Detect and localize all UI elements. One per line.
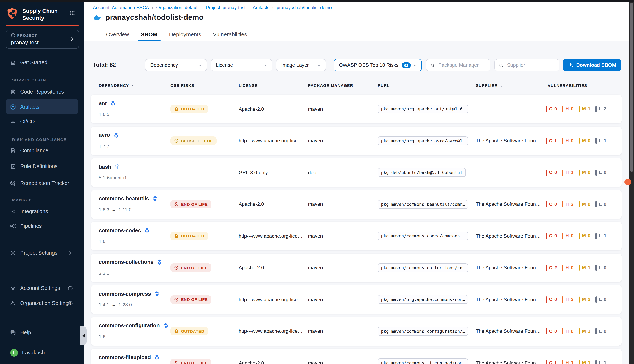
breadcrumb-link[interactable]: pranaycshah/todolist-demo (277, 5, 332, 10)
sidebar-section-label: RISK AND COMPLIANCE (12, 137, 67, 142)
vuln-c-count: C 0 (545, 106, 557, 112)
supplier-cell: The Apache Software Foun… (476, 253, 541, 282)
breadcrumb-link[interactable]: Organization: default (156, 5, 199, 10)
breadcrumb-link[interactable]: Artifacts (253, 5, 269, 10)
sidebar-item-label: Code Repositories (20, 89, 64, 95)
column-header-purl[interactable]: PURL (378, 83, 390, 88)
table-row[interactable]: commons-codec 1.6 OUTDATED http---www.ap… (91, 222, 621, 250)
sidebar-item-integrations[interactable]: Integrations (6, 204, 78, 219)
filter-select-owasp-oss-top-10-risks[interactable]: OWASP OSS Top 10 Risks 02 (334, 59, 422, 71)
oss-risk-badge: OUTDATED (170, 232, 208, 240)
sort-descending-icon[interactable] (131, 84, 135, 87)
breadcrumb-link[interactable]: Account: Automation-SSCA (93, 5, 149, 10)
sidebar-item-compliance[interactable]: Compliance (6, 143, 78, 158)
collapse-left-triangle-icon (82, 334, 85, 338)
sidebar-item-remediation-tracker[interactable]: Remediation Tracker (6, 176, 78, 191)
column-header-package-manager[interactable]: PACKAGE MANAGER (308, 83, 353, 88)
purl-chip[interactable]: pkg:maven/org.apache.commons/com… (378, 295, 468, 304)
chevron-right-icon (69, 36, 75, 42)
tab-overview[interactable]: Overview (103, 27, 132, 42)
license-cell: Apache-2.0 (239, 95, 264, 123)
filter-select-image-layer[interactable]: Image Layer (276, 59, 326, 71)
column-header-oss-risks[interactable]: OSS RISKS (170, 83, 194, 88)
vuln-h-count: H 0 (562, 264, 574, 271)
tab-deployments[interactable]: Deployments (166, 27, 205, 42)
sidebar-item-ci-cd[interactable]: CI/CD (6, 114, 78, 129)
info-icon[interactable] (68, 300, 73, 306)
dependency-name: commons-configuration (99, 322, 169, 328)
column-header-supplier[interactable]: SUPPLIER (476, 83, 503, 88)
column-header-dependency[interactable]: DEPENDENCY (99, 83, 135, 88)
column-header-license[interactable]: LICENSE (239, 83, 258, 88)
scrollbar-thumb[interactable] (630, 3, 633, 172)
vuln-m-count: M 1 (578, 264, 591, 271)
sidebar-item-get-started[interactable]: Get Started (6, 55, 78, 70)
search-package-manager[interactable] (426, 59, 490, 71)
notification-dot[interactable] (624, 179, 631, 185)
vuln-l-count: L 0 (596, 201, 607, 207)
table-row[interactable]: bash 5.1-6ubuntu1- GPL-3.0-only deb pkg:… (91, 158, 621, 187)
sidebar-item-code-repositories[interactable]: Code Repositories (6, 84, 78, 100)
sidebar-item-help[interactable]: Help (6, 325, 78, 340)
sidebar-item-label: Remediation Tracker (20, 180, 69, 186)
table-row[interactable]: commons-fileupload END OF LIFE Apache-2.… (91, 348, 621, 364)
purl-chip[interactable]: pkg:maven/commons-beanutils/comm… (378, 200, 468, 208)
sidebar-item-rule-definitions[interactable]: Rule Definitions (6, 158, 78, 174)
supplier-cell: The Apache Software Foun… (476, 126, 541, 155)
table-row[interactable]: commons-beanutils 1.8.3→1.11.0 END OF LI… (91, 190, 621, 218)
vuln-m-count: M 0 (578, 233, 591, 239)
sort-icon[interactable] (500, 84, 503, 88)
vuln-m-count: M 0 (578, 169, 591, 176)
gear-icon (10, 250, 16, 256)
search-input[interactable] (506, 62, 552, 68)
tab-vulnerabilities[interactable]: Vulnerabilities (210, 27, 250, 42)
apps-grid-icon[interactable] (69, 10, 75, 16)
tab-sbom[interactable]: SBOM (138, 27, 161, 42)
breadcrumb: Account: Automation-SSCA›Organization: d… (93, 5, 332, 10)
download-sbom-button[interactable]: Download SBOM (563, 59, 621, 71)
help-chat-icon (10, 329, 16, 336)
sidebar-section-label: SUPPLY CHAIN (12, 78, 46, 82)
vulnerability-counts: C 2H 0M 1L 0 (545, 253, 611, 282)
sidebar-item-project-settings[interactable]: Project Settings (6, 245, 78, 260)
sidebar-item-account-settings[interactable]: Account Settings (6, 280, 78, 296)
purl-chip[interactable]: pkg:maven/commons-collections/co… (378, 263, 468, 272)
dependency-version: 1.8.3→1.11.0 (99, 207, 131, 212)
search-supplier[interactable] (494, 59, 559, 71)
column-header-vulnerabilities[interactable]: VULNERABILITIES (548, 83, 587, 88)
table-row[interactable]: commons-compress 1.4.1→1.28.0 END OF LIF… (91, 285, 621, 314)
table-row[interactable]: commons-collections 3.2.1 END OF LIFE Ap… (91, 253, 621, 282)
purl-chip[interactable]: pkg:maven/commons-configuration/… (378, 327, 468, 336)
project-name: pranay-test (11, 39, 39, 46)
info-icon[interactable] (68, 285, 73, 291)
purl-chip[interactable]: pkg:maven/commons-fileupload/com… (378, 358, 468, 364)
avatar: L (10, 349, 18, 356)
search-icon (498, 62, 504, 68)
purl-chip[interactable]: pkg:deb/ubuntu/bash@5.1-6ubuntu1 (378, 168, 466, 177)
project-cube-icon (11, 33, 16, 38)
project-selector[interactable]: PROJECT pranay-test (6, 30, 79, 49)
sidebar-item-artifacts[interactable]: Artifacts (6, 99, 78, 114)
sidebar-collapse-handle[interactable] (80, 326, 87, 345)
filter-select-license[interactable]: License (211, 59, 272, 71)
oss-risk-badge: END OF LIFE (170, 295, 211, 304)
table-row[interactable]: avro 1.7.7 CLOSE TO EOL http---www.apach… (91, 126, 621, 155)
user-menu[interactable]: L Lavakush (6, 345, 78, 360)
sidebar-item-organization-settings[interactable]: Organization Settings (6, 296, 78, 311)
purl-chip[interactable]: pkg:maven/org.apache.ant/ant@1.6… (378, 104, 468, 114)
package-manager-cell: maven (308, 253, 323, 282)
sidebar-item-label: CI/CD (20, 118, 35, 124)
purl-chip[interactable]: pkg:maven/commons-codec/commons-… (378, 232, 468, 240)
breadcrumb-link[interactable]: Project: pranay-test (206, 5, 246, 10)
filter-select-dependency[interactable]: Dependency (145, 59, 207, 71)
ban-icon (174, 297, 179, 302)
search-input[interactable] (438, 62, 483, 68)
table-row[interactable]: commons-configuration 1.6 OUTDATED http-… (91, 317, 621, 346)
sidebar-item-pipelines[interactable]: Pipelines (6, 218, 78, 234)
page-title: pranaycshah/todolist-demo (105, 13, 204, 22)
table-row[interactable]: ant 1.6.5 OUTDATED Apache-2.0 maven pkg:… (91, 95, 621, 123)
layers-icon (110, 100, 116, 106)
dependency-name: bash (99, 164, 120, 170)
column-label: LICENSE (239, 83, 258, 88)
purl-chip[interactable]: pkg:maven/org.apache.avro/avro@1… (378, 136, 468, 145)
